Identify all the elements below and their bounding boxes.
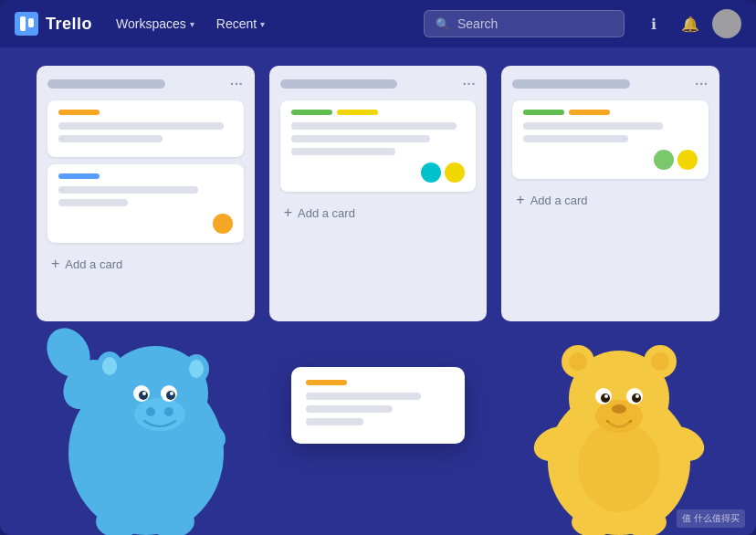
- add-card-button[interactable]: + Add a card: [47, 250, 244, 278]
- info-icon: ℹ: [651, 16, 656, 33]
- svg-point-35: [635, 394, 639, 398]
- nav-icons: ℹ 🔔: [639, 9, 741, 38]
- floating-card-text: [306, 405, 393, 413]
- card-text: [523, 135, 627, 142]
- avatar: [677, 150, 698, 170]
- card-label-blue: [58, 173, 100, 179]
- app-name: Trello: [46, 15, 92, 34]
- search-label: Search: [457, 16, 498, 31]
- card[interactable]: [47, 164, 244, 243]
- user-avatar[interactable]: [712, 9, 741, 38]
- navbar: Trello Workspaces ▾ Recent ▾ 🔍 Search ℹ …: [0, 0, 756, 47]
- bell-icon: 🔔: [681, 16, 699, 33]
- workspaces-chevron-icon: ▾: [190, 19, 194, 29]
- board-column-2: ··· +: [269, 66, 488, 321]
- avatar: [654, 150, 674, 170]
- board-column-3: ··· + Add a card: [501, 66, 719, 321]
- main-content: ··· + A: [0, 47, 756, 535]
- search-bar[interactable]: 🔍 Search: [424, 10, 625, 37]
- card-text: [58, 122, 224, 130]
- svg-point-29: [612, 404, 626, 414]
- column-1-menu-icon[interactable]: ···: [230, 77, 244, 91]
- svg-point-17: [189, 360, 204, 378]
- workspaces-label: Workspaces: [116, 16, 186, 31]
- add-card-label: Add a card: [298, 206, 355, 220]
- card-text: [523, 122, 663, 130]
- svg-point-7: [164, 407, 173, 416]
- plus-icon: +: [51, 256, 59, 272]
- column-3-header: ···: [512, 77, 709, 91]
- card-text: [58, 199, 128, 206]
- add-card-label: Add a card: [65, 257, 122, 271]
- floating-card[interactable]: [291, 367, 465, 444]
- card-text: [291, 135, 431, 142]
- card-label-green: [523, 110, 564, 115]
- floating-card-text: [306, 418, 363, 425]
- svg-point-25: [569, 352, 587, 371]
- card-text: [291, 122, 457, 130]
- svg-point-12: [142, 392, 146, 395]
- column-2-title: [280, 79, 398, 89]
- svg-point-34: [604, 394, 608, 398]
- avatar: [421, 163, 441, 183]
- card-footer: [58, 214, 233, 234]
- column-1-title: [47, 79, 165, 89]
- logo-icon-inner: [20, 16, 34, 31]
- avatar: [213, 214, 233, 234]
- plus-icon: +: [284, 205, 292, 221]
- nav-links: Workspaces ▾ Recent ▾: [107, 11, 274, 37]
- card-text: [291, 148, 395, 155]
- floating-card-label: [306, 380, 347, 385]
- app-frame: Trello Workspaces ▾ Recent ▾ 🔍 Search ℹ …: [0, 0, 756, 535]
- card-label-orange: [569, 110, 610, 115]
- column-2-menu-icon[interactable]: ···: [463, 77, 477, 91]
- svg-point-15: [102, 357, 117, 375]
- svg-point-36: [578, 421, 660, 512]
- notifications-button[interactable]: 🔔: [676, 9, 705, 38]
- workspaces-nav-link[interactable]: Workspaces ▾: [107, 11, 204, 37]
- card[interactable]: [280, 100, 477, 192]
- add-card-label: Add a card: [530, 194, 588, 207]
- card-label-orange: [58, 110, 100, 115]
- svg-point-6: [146, 407, 155, 416]
- info-button[interactable]: ℹ: [639, 9, 668, 38]
- column-3-menu-icon[interactable]: ···: [695, 77, 709, 91]
- trello-logo-icon: [15, 12, 38, 36]
- watermark: 值 什么值得买: [677, 509, 745, 528]
- card-text: [58, 135, 163, 142]
- recent-label: Recent: [216, 16, 257, 31]
- floating-card-text: [306, 393, 421, 400]
- add-card-button[interactable]: + Add a card: [512, 186, 709, 214]
- svg-point-27: [651, 352, 669, 371]
- column-3-title: [512, 79, 630, 89]
- card[interactable]: [512, 100, 709, 179]
- svg-point-13: [170, 392, 173, 395]
- card-label-yellow: [337, 110, 378, 115]
- card[interactable]: [47, 100, 244, 157]
- recent-chevron-icon: ▾: [260, 19, 265, 29]
- add-card-button[interactable]: + Add a card: [280, 199, 477, 226]
- plus-icon: +: [516, 192, 524, 208]
- card-text: [58, 186, 198, 194]
- card-label-green: [291, 110, 332, 115]
- column-1-header: ···: [47, 77, 244, 91]
- logo-bar-right: [28, 18, 34, 27]
- logo-area: Trello: [15, 12, 92, 36]
- board-area: ··· + A: [37, 66, 719, 321]
- search-icon: 🔍: [436, 17, 450, 31]
- column-2-header: ···: [280, 77, 477, 91]
- card-labels: [291, 110, 466, 115]
- avatar: [445, 163, 465, 183]
- card-footer: [291, 163, 466, 183]
- card-footer: [523, 150, 698, 170]
- card-labels: [523, 110, 698, 115]
- recent-nav-link[interactable]: Recent ▾: [207, 11, 274, 37]
- logo-bar-left: [20, 16, 26, 31]
- board-column-1: ··· + A: [37, 66, 255, 321]
